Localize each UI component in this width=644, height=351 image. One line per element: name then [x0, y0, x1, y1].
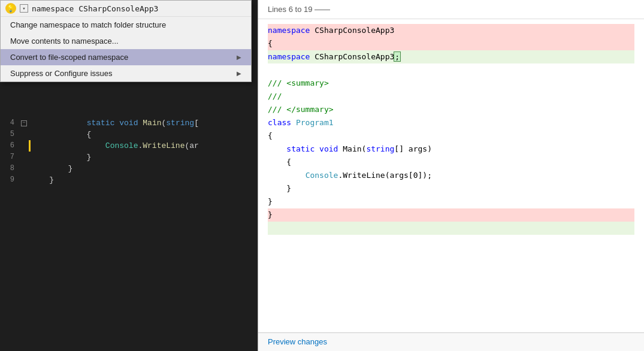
diff-line-removed-1: namespace CSharpConsoleApp3	[268, 24, 634, 37]
line-number: 9	[2, 174, 19, 186]
menu-header-text: namespace CSharpConsoleApp3	[32, 4, 158, 13]
preview-footer: Preview changes	[258, 332, 644, 351]
line-number: 4	[2, 117, 19, 129]
paren: (ar	[185, 141, 198, 150]
diff-line-removed-2: {	[268, 37, 634, 50]
keyword-static: static	[87, 119, 115, 128]
preview-header: Lines 6 to 19 ——	[258, 0, 644, 19]
lightbulb-icon[interactable]: 💡	[5, 3, 16, 14]
menu-item-suppress-configure[interactable]: Suppress or Configure issues ▶	[1, 65, 251, 81]
line-number: 5	[2, 129, 19, 140]
menu-item-label: Move contents to namespace...	[10, 37, 119, 46]
menu-dropdown-button[interactable]: ▾	[20, 4, 28, 13]
code-lines-panel: 4 − static void Main(string[ 5 {	[0, 117, 258, 351]
diff-line-outer-brace-close: }	[268, 195, 634, 208]
keyword-void: void	[119, 119, 138, 128]
diff-line-added-blank	[268, 222, 634, 235]
menu-item-move-contents[interactable]: Move contents to namespace...	[1, 33, 251, 49]
submenu-arrow-icon: ▶	[237, 70, 241, 77]
semicolon-highlight: ;	[394, 52, 400, 61]
line-number: 8	[2, 163, 19, 174]
keyword-string: string	[166, 119, 194, 128]
method-main: Main	[143, 119, 161, 128]
code-text: }	[31, 152, 91, 163]
code-line-7: 7 }	[2, 152, 258, 163]
code-text: }	[31, 174, 54, 186]
diff-line-removed-3: }	[268, 208, 634, 222]
diff-line-class: class Program1	[268, 116, 634, 129]
diff-line-static-main: static void Main(string[] args)	[268, 143, 634, 156]
code-line-9: 9 }	[2, 174, 258, 186]
diff-line-comment-2: ///	[268, 90, 634, 103]
menu-item-label: Suppress or Configure issues	[10, 69, 113, 78]
diff-line-inner-brace-close: }	[268, 182, 634, 195]
preview-panel: Lines 6 to 19 —— namespace CSharpConsole…	[258, 0, 644, 351]
indent-spaces	[31, 119, 87, 128]
diff-line-brace-open: {	[268, 129, 634, 143]
code-text: Console.WriteLine(ar	[31, 140, 199, 152]
preview-content: namespace CSharpConsoleApp3 { namespace …	[258, 19, 644, 332]
code-line-6: 6 Console.WriteLine(ar	[2, 140, 258, 152]
diff-line-inner-brace-open: {	[268, 156, 634, 169]
line-number: 6	[2, 140, 19, 152]
diff-line-added-1: namespace CSharpConsoleApp3;	[268, 50, 634, 63]
code-text: }	[31, 163, 72, 174]
diff-line-writeline: Console.WriteLine(args[0]);	[268, 169, 634, 182]
code-text: static void Main(string[	[31, 117, 199, 129]
code-line-5: 5 {	[2, 129, 258, 140]
type-console: Console	[105, 141, 138, 150]
fold-gutter[interactable]: −	[19, 120, 29, 126]
menu-item-convert-file-scoped[interactable]: Convert to file-scoped namespace ▶	[1, 49, 251, 65]
preview-header-text: Lines 6 to 19 ——	[268, 5, 330, 14]
fold-icon[interactable]: −	[21, 120, 27, 126]
preview-changes-link[interactable]: Preview changes	[268, 337, 327, 346]
main-container: 💡 ▾ namespace CSharpConsoleApp3 Change n…	[0, 0, 644, 351]
method-writeline: WriteLine	[143, 141, 185, 150]
code-line-8: 8 }	[2, 163, 258, 174]
context-menu: 💡 ▾ namespace CSharpConsoleApp3 Change n…	[0, 0, 252, 82]
code-text: {	[31, 129, 91, 140]
code-panel: 💡 ▾ namespace CSharpConsoleApp3 Change n…	[0, 0, 258, 351]
code-line-4: 4 − static void Main(string[	[2, 117, 258, 129]
diff-line-comment-1: /// <summary>	[268, 77, 634, 90]
menu-item-label: Change namespace to match folder structu…	[10, 20, 166, 29]
diff-line-comment-3: /// </summary>	[268, 103, 634, 116]
submenu-arrow-icon: ▶	[237, 54, 241, 60]
menu-item-change-namespace[interactable]: Change namespace to match folder structu…	[1, 17, 251, 33]
menu-header: 💡 ▾ namespace CSharpConsoleApp3	[1, 1, 251, 17]
diff-line-normal-blank	[268, 63, 634, 77]
line-number: 7	[2, 152, 19, 163]
menu-item-label: Convert to file-scoped namespace	[10, 53, 128, 62]
